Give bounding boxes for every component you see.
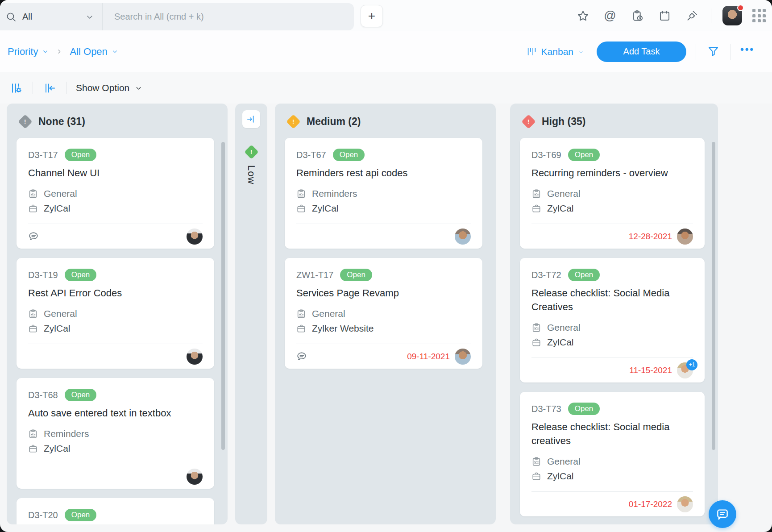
- new-item-button[interactable]: +: [361, 5, 383, 27]
- breadcrumb-priority[interactable]: Priority: [8, 46, 49, 58]
- calendar-button[interactable]: [656, 8, 672, 24]
- comment-icon[interactable]: [28, 231, 39, 242]
- project-icon: [28, 204, 38, 213]
- project-name: ZylCal: [44, 203, 71, 214]
- project-icon: [296, 324, 306, 333]
- assignee-avatar[interactable]: [187, 229, 203, 245]
- task-title: Rest API Error Codes: [28, 286, 203, 300]
- status-badge: Open: [65, 149, 97, 161]
- project-icon: [28, 324, 38, 333]
- show-option-label: Show Option: [76, 83, 129, 93]
- task-title: Recurring reminders - overview: [531, 166, 693, 180]
- board-settings-button[interactable]: [9, 81, 23, 95]
- task-card[interactable]: D3-T20 Open URL Unfurling General: [17, 498, 214, 524]
- tasklist-icon: [531, 189, 541, 199]
- chevron-down-icon: [112, 48, 118, 55]
- assignee-avatar[interactable]: [677, 496, 693, 512]
- project-name: ZylCal: [44, 443, 71, 454]
- top-icon-group: @: [564, 0, 766, 31]
- assignee-avatar[interactable]: [677, 229, 693, 245]
- due-date: 12-28-2021: [629, 232, 672, 241]
- chevron-down-icon: [85, 12, 94, 21]
- clipboard-clock-icon: [631, 10, 643, 22]
- task-card[interactable]: D3-T73 Open Release checklist: Social me…: [520, 392, 705, 516]
- task-card[interactable]: D3-T69 Open Recurring reminders - overvi…: [520, 138, 705, 249]
- kanban-app-window: All + @ Priority: [0, 0, 772, 532]
- project-name: ZylCal: [547, 471, 574, 482]
- due-date: 11-15-2021: [629, 366, 672, 375]
- divider: [730, 44, 730, 60]
- assignee-overflow-badge[interactable]: +1: [686, 359, 697, 370]
- plug-icon: [686, 10, 698, 22]
- tasklist-icon: [296, 309, 306, 319]
- show-option-dropdown[interactable]: Show Option: [76, 83, 142, 93]
- task-id: D3-T67: [296, 150, 326, 160]
- due-date: 09-11-2021: [407, 352, 450, 362]
- project-name: ZylCal: [547, 203, 574, 214]
- assignee-avatar[interactable]: +1: [677, 362, 693, 378]
- apps-grid-icon[interactable]: [752, 9, 766, 22]
- column-scrollbar[interactable]: [712, 142, 715, 450]
- column-header: ! Medium (2): [275, 104, 496, 128]
- assignee-avatar[interactable]: [455, 349, 471, 365]
- view-toolbar: Priority All Open Kanban Add Task •••: [0, 31, 772, 72]
- mentions-button[interactable]: @: [602, 8, 618, 24]
- timesheet-button[interactable]: [629, 8, 645, 24]
- breadcrumb-separator-icon: [56, 48, 62, 55]
- column-high: ! High (35) D3-T69 Open Recurring remind…: [510, 104, 718, 524]
- due-date: 01-17-2022: [629, 499, 672, 509]
- assignee-avatar[interactable]: [187, 469, 203, 485]
- board-options-bar: Show Option: [0, 72, 772, 104]
- project-icon: [531, 337, 541, 347]
- column-scrollbar[interactable]: [221, 142, 225, 450]
- toolbar-right-group: Kanban Add Task •••: [527, 42, 755, 62]
- task-card[interactable]: D3-T67 Open Reminders rest api codes Rem…: [285, 138, 482, 249]
- task-title: Release checklist: Social media creative…: [531, 420, 693, 448]
- user-avatar[interactable]: [722, 6, 742, 25]
- tasklist-icon: [531, 457, 541, 466]
- task-card[interactable]: ZW1-T17 Open Services Page Revamp Genera…: [285, 258, 482, 369]
- priority-low-icon: !: [244, 145, 259, 159]
- column-title: Medium (2): [307, 116, 361, 128]
- assignee-avatar[interactable]: [455, 229, 471, 245]
- favorites-button[interactable]: [575, 8, 591, 24]
- divider: [33, 82, 33, 94]
- status-badge: Open: [568, 269, 600, 281]
- priority-high-icon: !: [521, 114, 536, 129]
- more-options-button[interactable]: •••: [740, 44, 755, 59]
- task-card[interactable]: D3-T17 Open Channel New UI General ZylCa…: [17, 138, 214, 249]
- column-title: High (35): [542, 116, 585, 128]
- expand-column-button[interactable]: [242, 110, 260, 128]
- tasklist-icon: [28, 309, 38, 319]
- divider: [66, 82, 66, 94]
- task-id: D3-T73: [531, 404, 561, 414]
- calendar-icon: [659, 10, 671, 22]
- tasklist-icon: [531, 323, 541, 332]
- search-scope-select[interactable]: All: [0, 3, 102, 30]
- comment-icon[interactable]: [296, 351, 307, 362]
- collapse-left-icon: [44, 82, 56, 94]
- status-badge: Open: [568, 403, 600, 415]
- kanban-view-icon: [527, 46, 537, 57]
- add-task-button[interactable]: Add Task: [597, 42, 686, 62]
- presence-dot: [737, 4, 744, 11]
- assignee-avatar[interactable]: [187, 349, 203, 365]
- view-switcher[interactable]: Kanban: [527, 46, 584, 57]
- status-badge: Open: [65, 389, 97, 401]
- task-title: Auto save entered text in textbox: [28, 406, 203, 420]
- chat-fab-button[interactable]: [709, 500, 736, 528]
- search-input[interactable]: [103, 12, 354, 22]
- project-name: Zylker Website: [312, 323, 374, 334]
- collapse-columns-button[interactable]: [42, 81, 57, 95]
- column-cards: D3-T67 Open Reminders rest api codes Rem…: [275, 128, 496, 369]
- status-badge: Open: [65, 509, 97, 521]
- integrations-button[interactable]: [684, 8, 700, 24]
- task-card[interactable]: D3-T68 Open Auto save entered text in te…: [17, 378, 214, 489]
- breadcrumb-all-open[interactable]: All Open: [70, 46, 118, 58]
- column-header: ! High (35): [510, 104, 718, 128]
- column-low-collapsed: ! Low: [235, 104, 267, 524]
- filter-button[interactable]: [706, 44, 721, 59]
- task-card[interactable]: D3-T19 Open Rest API Error Codes General…: [17, 258, 214, 369]
- task-card[interactable]: D3-T72 Open Release checklist: Social Me…: [520, 258, 705, 382]
- tasklist-icon: [28, 429, 38, 439]
